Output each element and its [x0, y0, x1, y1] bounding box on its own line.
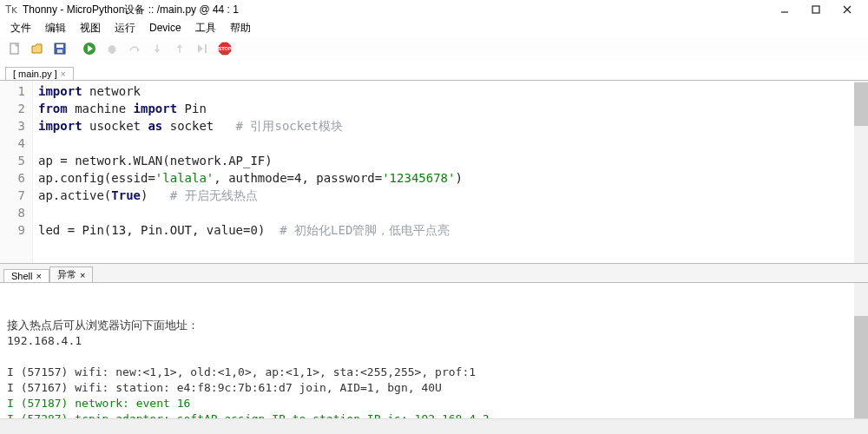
- shell-line: I (57287) tcpip_adapter: softAP assign I…: [7, 411, 861, 418]
- shell-line: 接入热点后可从浏览器访问下面地址：: [7, 318, 861, 333]
- stop-icon[interactable]: STOP: [217, 41, 233, 56]
- shell-scrollbar[interactable]: [854, 283, 868, 418]
- shell-line: I (57167) wifi: station: e4:f8:9c:7b:61:…: [7, 380, 861, 396]
- close-button[interactable]: [832, 0, 863, 19]
- editor-pane: 123456789 import networkfrom machine imp…: [0, 80, 868, 264]
- bottom-tabbar: Shell×异常×: [0, 264, 868, 283]
- close-icon[interactable]: ×: [61, 69, 66, 79]
- svg-rect-1: [812, 6, 819, 13]
- scrollbar-thumb[interactable]: [854, 82, 868, 126]
- resume-icon[interactable]: [194, 41, 210, 56]
- svg-text:STOP: STOP: [219, 46, 232, 51]
- editor-tabbar: [ main.py ]×: [0, 61, 868, 80]
- statusbar: [0, 418, 868, 434]
- window-title: Thonny - MicroPython设备 :: /main.py @ 44 …: [23, 3, 769, 17]
- panel-tab[interactable]: Shell×: [3, 269, 49, 282]
- line-gutter: 123456789: [0, 81, 33, 263]
- menu-item[interactable]: 工具: [190, 20, 221, 36]
- minimize-button[interactable]: [769, 0, 800, 19]
- code-editor[interactable]: import networkfrom machine import Pinimp…: [33, 81, 868, 263]
- save-file-icon[interactable]: [52, 41, 68, 56]
- menu-item[interactable]: 视图: [75, 20, 106, 36]
- shell-line: 192.168.4.1: [7, 333, 861, 349]
- menubar: 文件编辑视图运行Device工具帮助: [0, 19, 868, 36]
- panel-tab[interactable]: 异常×: [49, 266, 93, 282]
- shell-line: I (57157) wifi: new:<1,1>, old:<1,0>, ap…: [7, 365, 861, 380]
- svg-rect-8: [57, 49, 62, 53]
- menu-item[interactable]: 文件: [5, 20, 36, 36]
- tab-label: [ main.py ]: [13, 69, 57, 79]
- menu-item[interactable]: 运行: [109, 20, 141, 36]
- run-icon[interactable]: [82, 41, 97, 56]
- titlebar: Tᴋ Thonny - MicroPython设备 :: /main.py @ …: [0, 0, 868, 19]
- maximize-button[interactable]: [800, 0, 832, 19]
- tab-label: 异常: [57, 268, 76, 281]
- svg-rect-22: [205, 44, 207, 53]
- svg-marker-18: [155, 49, 160, 53]
- step-out-icon[interactable]: [172, 41, 187, 56]
- menu-item[interactable]: 编辑: [40, 20, 71, 36]
- shell-pane[interactable]: 接入热点后可从浏览器访问下面地址：192.168.4.1 I (57157) w…: [0, 283, 868, 418]
- svg-marker-20: [177, 44, 182, 48]
- close-icon[interactable]: ×: [80, 270, 85, 280]
- new-file-icon[interactable]: [7, 41, 23, 56]
- debug-icon[interactable]: [104, 41, 120, 56]
- shell-line: I (57187) network: event 16: [7, 396, 861, 411]
- shell-line: [7, 349, 861, 365]
- svg-rect-7: [56, 44, 63, 48]
- svg-marker-21: [198, 44, 203, 53]
- editor-scrollbar[interactable]: [854, 81, 868, 263]
- svg-point-11: [108, 45, 115, 54]
- step-over-icon[interactable]: [127, 41, 142, 56]
- app-icon: Tᴋ: [5, 3, 17, 16]
- scrollbar-thumb[interactable]: [854, 316, 868, 418]
- window-controls: [769, 0, 863, 19]
- menu-item[interactable]: Device: [144, 21, 187, 35]
- editor-tab[interactable]: [ main.py ]×: [5, 67, 74, 80]
- open-file-icon[interactable]: [30, 41, 45, 56]
- step-into-icon[interactable]: [149, 41, 165, 56]
- menu-item[interactable]: 帮助: [225, 20, 256, 36]
- close-icon[interactable]: ×: [36, 271, 41, 281]
- toolbar: STOP: [0, 36, 868, 61]
- tab-label: Shell: [11, 271, 32, 281]
